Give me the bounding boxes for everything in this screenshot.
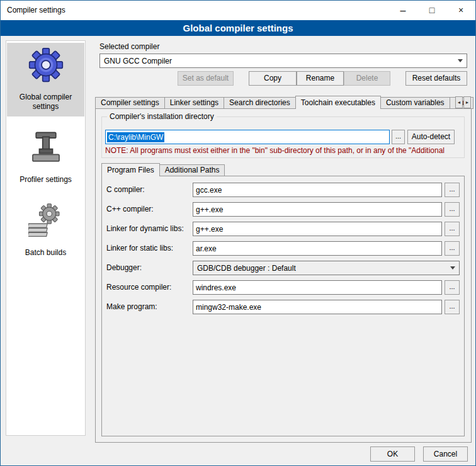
settings-category-list: Global compiler settings Profiler settin… [6,40,86,436]
cpp-compiler-browse-button[interactable]: ... [445,202,460,217]
make-program-label: Make program: [106,302,157,311]
sidebar-item-profiler-settings[interactable]: Profiler settings [7,125,84,190]
tab-scroll-right-button[interactable]: ► [463,96,471,108]
ok-button[interactable]: OK [370,446,415,462]
set-as-default-button[interactable]: Set as default [178,71,234,86]
cancel-button[interactable]: Cancel [423,446,468,462]
linker-static-browse-button[interactable]: ... [445,241,460,256]
selected-compiler-label: Selected compiler [99,42,159,51]
compiler-select[interactable]: GNU GCC Compiler [99,54,467,68]
dialog-header: Global compiler settings [1,20,475,36]
auto-detect-button[interactable]: Auto-detect [407,130,455,144]
close-button[interactable]: × [446,1,475,20]
settings-tabstrip: Compiler settings Linker settings Search… [95,96,473,109]
compiler-select-value: GNU GCC Compiler [104,57,454,65]
tab-additional-paths[interactable]: Additional Paths [159,164,225,176]
sidebar-item-label: Global compiler settings [8,93,83,111]
cpp-compiler-label: C++ compiler: [106,205,154,213]
tab-compiler-settings[interactable]: Compiler settings [95,97,165,109]
debugger-select-value: GDB/CDB debugger : Default [197,264,446,273]
make-program-input[interactable] [193,300,442,314]
profiler-tool-icon [28,130,64,165]
debugger-select[interactable]: GDB/CDB debugger : Default [193,261,460,275]
programs-tabstrip: Program Files Additional Paths [101,163,224,176]
linker-static-label: Linker for static libs: [106,244,173,253]
minimize-button[interactable]: – [388,1,417,20]
c-compiler-input[interactable] [193,183,442,197]
installation-directory-value: C:\raylib\MinGW [107,132,164,142]
linker-static-input[interactable] [193,241,442,256]
sidebar-item-label: Profiler settings [8,175,83,185]
tab-program-files[interactable]: Program Files [101,163,160,176]
batch-builds-icon [28,203,64,238]
tab-custom-variables[interactable]: Custom variables [380,97,450,109]
tab-search-directories[interactable]: Search directories [224,97,296,109]
make-program-browse-button[interactable]: ... [445,300,460,314]
linker-dynamic-label: Linker for dynamic libs: [106,224,184,233]
linker-dynamic-browse-button[interactable]: ... [445,222,460,236]
sidebar-item-label: Batch builds [8,248,83,258]
chevron-down-icon [458,59,463,62]
window-title: Compiler settings [7,1,65,20]
installation-directory-browse-button[interactable]: ... [392,130,405,144]
reset-defaults-button[interactable]: Reset defaults [405,71,467,86]
copy-button[interactable]: Copy [249,71,297,86]
resource-compiler-input[interactable] [193,280,442,295]
tab-linker-settings[interactable]: Linker settings [164,97,224,109]
c-compiler-label: C compiler: [106,185,145,194]
window-controls: – □ × [388,1,475,20]
titlebar: Compiler settings – □ × [1,1,475,20]
chevron-down-icon [450,266,455,270]
tab-toolchain-executables[interactable]: Toolchain executables [295,96,381,109]
tab-scroll-left-button[interactable]: ◄ [455,96,463,108]
linker-dynamic-input[interactable] [193,222,442,236]
sidebar-item-global-compiler-settings[interactable]: Global compiler settings [7,43,84,116]
compiler-settings-window: Compiler settings – □ × Global compiler … [0,0,476,466]
rename-button[interactable]: Rename [297,71,344,86]
debugger-label: Debugger: [106,263,142,272]
resource-compiler-label: Resource compiler: [106,283,171,292]
installation-directory-input[interactable]: C:\raylib\MinGW [105,130,390,144]
c-compiler-browse-button[interactable]: ... [445,183,460,197]
installation-directory-group-title: Compiler's installation directory [107,112,217,121]
resource-compiler-browse-button[interactable]: ... [445,280,460,295]
sidebar-item-batch-builds[interactable]: Batch builds [7,198,84,263]
cpp-compiler-input[interactable] [193,202,442,217]
gear-icon [28,47,64,82]
delete-button[interactable]: Delete [344,71,390,86]
bin-subdirectory-note: NOTE: All programs must exist either in … [105,146,463,155]
maximize-button[interactable]: □ [417,1,446,20]
